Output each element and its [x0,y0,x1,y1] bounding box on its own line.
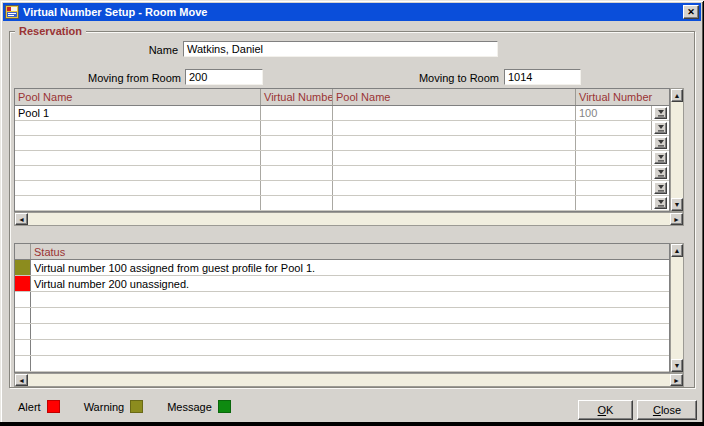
pool-name-cell[interactable] [15,136,261,150]
scroll-left-icon: ◄ [18,216,25,223]
form-icon [5,5,19,19]
lov-button[interactable] [654,122,667,134]
status-table: Status Virtual number 100 assigned from … [14,243,670,373]
pool-name-2-cell[interactable] [333,196,576,210]
lov-button[interactable] [654,152,667,164]
status-table-header: Status [15,244,669,260]
lov-button[interactable] [654,167,667,179]
status-table-body: Virtual number 100 assigned from guest p… [15,260,669,372]
pool-name-cell[interactable] [15,166,261,180]
status-horizontal-scrollbar[interactable]: ◄ ► [14,373,684,387]
scroll-up-button[interactable]: ▲ [671,244,683,257]
lov-cell [652,106,669,120]
close-button[interactable]: ✕ [683,5,699,19]
table-row [15,181,669,196]
status-row [15,292,669,308]
status-indicator [15,340,31,355]
lov-cell [652,121,669,135]
status-indicator [15,308,31,323]
scroll-down-button[interactable]: ▼ [671,359,683,372]
scroll-down-button[interactable]: ▼ [671,198,683,211]
moving-from-room-label: Moving from Room [60,72,181,84]
scroll-right-button[interactable]: ► [670,213,683,225]
close-button[interactable]: Close [637,400,697,420]
legend-label: Warning [84,401,125,413]
table-row [15,121,669,136]
lov-arrow-icon [657,124,665,132]
lov-button[interactable] [654,137,667,149]
virtual-number-2-cell[interactable]: 100 [576,106,652,120]
pool-table-horizontal-scrollbar[interactable]: ◄ ► [14,212,684,226]
moving-from-room-input[interactable]: 200 [185,69,263,85]
scroll-left-icon: ◄ [18,377,25,384]
moving-to-room-input[interactable]: 1014 [504,69,581,85]
lov-button[interactable] [654,107,667,119]
virtual-number-cell[interactable] [261,136,333,150]
lov-arrow-icon [657,169,665,177]
virtual-number-2-cell[interactable] [576,136,652,150]
scroll-left-button[interactable]: ◄ [15,213,28,225]
status-indicator [15,324,31,339]
pool-name-header: Pool Name [15,89,261,105]
pool-name-2-cell[interactable] [333,121,576,135]
status-row: Virtual number 200 unassigned. [15,276,669,292]
status-row [15,340,669,356]
pool-name-cell[interactable] [15,196,261,210]
virtual-number-cell[interactable] [261,151,333,165]
window-bottom-edge [0,422,704,426]
virtual-number-cell[interactable] [261,166,333,180]
pool-name-cell[interactable] [15,181,261,195]
pool-name-2-cell[interactable] [333,106,576,120]
legend-swatch [218,400,231,413]
lov-button[interactable] [654,197,667,209]
lov-button[interactable] [654,182,667,194]
status-vertical-scrollbar[interactable]: ▲ ▼ [670,243,684,373]
status-indicator [15,276,31,291]
pool-name-2-cell[interactable] [333,166,576,180]
virtual-number-2-cell[interactable] [576,181,652,195]
severity-legend: Alert Warning Message [18,400,255,413]
scroll-up-button[interactable]: ▲ [671,89,683,102]
status-indicator [15,292,31,307]
scroll-left-button[interactable]: ◄ [15,374,28,386]
status-indicator [15,260,31,275]
status-text [31,324,669,339]
lov-arrow-icon [657,154,665,162]
reservation-frame-label: Reservation [15,25,86,37]
lov-cell [652,181,669,195]
table-row [15,166,669,181]
virtual-number-2-cell[interactable] [576,121,652,135]
virtual-number-header: Virtual Number [261,89,333,105]
pool-table-vertical-scrollbar[interactable]: ▲ ▼ [670,88,684,212]
lov-cell [652,151,669,165]
name-input[interactable]: Watkins, Daniel [183,41,498,57]
virtual-number-cell[interactable] [261,106,333,120]
ok-button[interactable]: OK [578,400,633,420]
pool-name-cell[interactable] [15,121,261,135]
scroll-up-icon: ▲ [674,247,681,254]
virtual-number-2-cell[interactable] [576,196,652,210]
status-row [15,356,669,372]
virtual-number-cell[interactable] [261,121,333,135]
lov-arrow-icon [657,139,665,147]
name-label: Name [100,44,178,56]
pool-name-2-cell[interactable] [333,136,576,150]
pool-name-2-cell[interactable] [333,181,576,195]
scroll-up-icon: ▲ [674,92,681,99]
legend-swatch [47,400,60,413]
virtual-number-cell[interactable] [261,181,333,195]
virtual-number-cell[interactable] [261,196,333,210]
pool-name-cell[interactable]: Pool 1 [15,106,261,120]
legend-item: Warning [84,400,144,413]
virtual-number-2-cell[interactable] [576,166,652,180]
legend-label: Alert [18,401,41,413]
pool-name-cell[interactable] [15,151,261,165]
virtual-number-2-cell[interactable] [576,151,652,165]
scroll-right-button[interactable]: ► [670,374,683,386]
pool-name-2-cell[interactable] [333,151,576,165]
status-text: Virtual number 200 unassigned. [31,276,669,291]
lov-cell [652,166,669,180]
pool-table-body: Pool 1 100 [15,106,669,211]
moving-to-room-label: Moving to Room [378,72,499,84]
pool-name-2-header: Pool Name [333,89,576,105]
